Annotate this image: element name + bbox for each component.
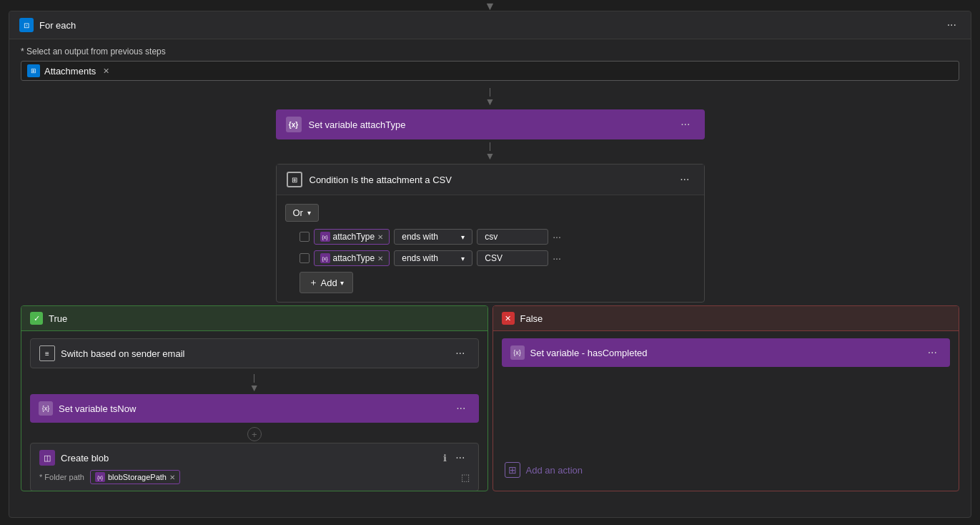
foreach-header: ⊡ For each ··· bbox=[9, 11, 971, 39]
attachment-close-icon[interactable]: ✕ bbox=[103, 67, 109, 76]
set-variable-label: Set variable attachType bbox=[309, 119, 406, 130]
true-label: True bbox=[49, 313, 67, 324]
set-variable-icon: {x} bbox=[286, 117, 302, 132]
plus-icon: ＋ bbox=[309, 276, 318, 289]
select-output-label: * Select an output from previous steps bbox=[21, 46, 959, 57]
condition-row-2: {x} attachType ✕ ends with ▾ CSV ··· bbox=[300, 250, 696, 266]
row1-value[interactable]: csv bbox=[477, 229, 548, 245]
add-action-link[interactable]: ⊞ Add an action bbox=[502, 456, 951, 484]
tsnow-label: Set variable tsNow bbox=[59, 403, 136, 414]
operator-dropdown[interactable]: Or ▾ bbox=[285, 204, 319, 222]
arrow-1: ▼ bbox=[485, 88, 495, 107]
chip2-close-icon[interactable]: ✕ bbox=[377, 255, 383, 262]
arrow-2: ▼ bbox=[485, 142, 495, 161]
foreach-icon: ⊡ bbox=[19, 18, 34, 32]
row1-operator-dropdown[interactable]: ends with ▾ bbox=[394, 229, 472, 245]
blob-expand-icon[interactable]: ⬚ bbox=[461, 472, 470, 483]
row1-chip[interactable]: {x} attachType ✕ bbox=[314, 229, 390, 245]
blob-menu-button[interactable]: ··· bbox=[451, 450, 469, 466]
plus-connector[interactable]: + bbox=[30, 427, 479, 441]
chip1-icon: {x} bbox=[320, 232, 330, 242]
chip2-label: attachType bbox=[333, 253, 375, 263]
row1-chevron-icon: ▾ bbox=[461, 233, 465, 241]
condition-label: Condition Is the attachment a CSV bbox=[310, 175, 452, 185]
condition-header: ⊞ Condition Is the attachment a CSV ··· bbox=[277, 165, 704, 195]
row2-chip[interactable]: {x} attachType ✕ bbox=[314, 250, 390, 266]
false-label: False bbox=[520, 313, 543, 324]
panels-row: ✓ True ≡ Switch based on sender email ··… bbox=[21, 305, 959, 491]
condition-body: Or ▾ {x} attachType ✕ ends with bbox=[277, 195, 704, 302]
attachment-tag-label: Attachments bbox=[44, 66, 96, 77]
blob-icon: ◫ bbox=[39, 450, 55, 466]
switch-menu-button[interactable]: ··· bbox=[451, 345, 469, 361]
row1-checkbox[interactable] bbox=[300, 232, 310, 242]
false-panel-header: ✕ False bbox=[493, 306, 959, 331]
condition-row-1: {x} attachType ✕ ends with ▾ csv ··· bbox=[300, 229, 696, 245]
blob-chip-label: blobStoragePath bbox=[108, 473, 167, 481]
blob-label: Create blob bbox=[61, 453, 109, 463]
row2-chevron-icon: ▾ bbox=[461, 255, 465, 262]
false-panel-body: {x} Set variable - hasCompleted ··· ⊞ Ad… bbox=[493, 331, 959, 491]
switch-icon: ≡ bbox=[39, 345, 55, 361]
add-action-icon: ⊞ bbox=[505, 462, 520, 478]
add-label: Add bbox=[321, 278, 337, 288]
foreach-body: * Select an output from previous steps ⊞… bbox=[9, 39, 971, 85]
attachment-icon: ⊞ bbox=[27, 64, 40, 77]
condition-menu-button[interactable]: ··· bbox=[675, 172, 693, 187]
hascompleted-menu-button[interactable]: ··· bbox=[924, 345, 941, 360]
add-condition-button[interactable]: ＋ Add ▾ bbox=[300, 272, 353, 293]
foreach-container: ⊡ For each ··· * Select an output from p… bbox=[9, 11, 971, 518]
arrow-3: ▼ bbox=[30, 374, 479, 393]
false-panel: ✕ False {x} Set variable - hasCompleted … bbox=[493, 305, 960, 491]
create-blob-block[interactable]: ◫ Create blob ℹ ··· * Folder path bbox=[30, 443, 479, 491]
blob-chip-icon: {x} bbox=[95, 472, 105, 482]
true-panel-body: ≡ Switch based on sender email ··· ▼ bbox=[21, 331, 487, 491]
set-var-hascompleted-block[interactable]: {x} Set variable - hasCompleted ··· bbox=[502, 338, 951, 367]
row2-ellipsis[interactable]: ··· bbox=[553, 252, 561, 264]
blob-chip-close-icon[interactable]: ✕ bbox=[169, 474, 175, 481]
hascompleted-label: Set variable - hasCompleted bbox=[530, 348, 648, 358]
foreach-menu-button[interactable]: ··· bbox=[943, 17, 961, 33]
operator-label: Or bbox=[293, 207, 303, 218]
true-badge: ✓ bbox=[30, 312, 43, 325]
row1-ellipsis[interactable]: ··· bbox=[553, 231, 561, 242]
add-chevron-icon: ▾ bbox=[340, 279, 344, 287]
chevron-down-icon: ▾ bbox=[307, 209, 311, 217]
set-var-tsnow-block[interactable]: {x} Set variable tsNow ··· bbox=[30, 394, 479, 423]
condition-block: ⊞ Condition Is the attachment a CSV ··· … bbox=[276, 164, 705, 303]
tsnow-icon: {x} bbox=[39, 401, 53, 416]
row1-operator-label: ends with bbox=[402, 232, 438, 242]
row2-operator-label: ends with bbox=[402, 253, 438, 263]
blob-info-icon[interactable]: ℹ bbox=[443, 453, 447, 463]
foreach-title: For each bbox=[39, 20, 76, 31]
row2-checkbox[interactable] bbox=[300, 253, 310, 263]
hascompleted-icon: {x} bbox=[510, 345, 525, 360]
row2-value[interactable]: CSV bbox=[477, 250, 548, 266]
add-action-label: Add an action bbox=[526, 465, 583, 476]
blob-path-chip[interactable]: {x} blobStoragePath ✕ bbox=[90, 470, 180, 484]
condition-icon: ⊞ bbox=[287, 172, 302, 187]
flow-canvas: ▼ ⊡ For each ··· * Select an output from… bbox=[0, 0, 980, 525]
flow-content: ▼ {x} Set variable attachType ··· ▼ ⊞ bbox=[9, 85, 971, 491]
switch-action-block[interactable]: ≡ Switch based on sender email ··· bbox=[30, 338, 479, 368]
true-panel-header: ✓ True bbox=[21, 306, 487, 331]
attachment-field: ⊞ Attachments ✕ bbox=[21, 61, 959, 81]
chip1-close-icon[interactable]: ✕ bbox=[377, 233, 383, 241]
tsnow-menu-button[interactable]: ··· bbox=[452, 401, 470, 416]
chip1-label: attachType bbox=[333, 232, 375, 242]
set-variable-block[interactable]: {x} Set variable attachType ··· bbox=[276, 109, 705, 139]
switch-label: Switch based on sender email bbox=[61, 348, 184, 359]
set-variable-menu-button[interactable]: ··· bbox=[676, 117, 694, 132]
row2-operator-dropdown[interactable]: ends with ▾ bbox=[394, 250, 472, 266]
false-badge: ✕ bbox=[502, 312, 515, 325]
folder-path-label: * Folder path bbox=[39, 473, 84, 481]
true-panel: ✓ True ≡ Switch based on sender email ··… bbox=[21, 305, 488, 491]
chip2-icon: {x} bbox=[320, 253, 330, 263]
